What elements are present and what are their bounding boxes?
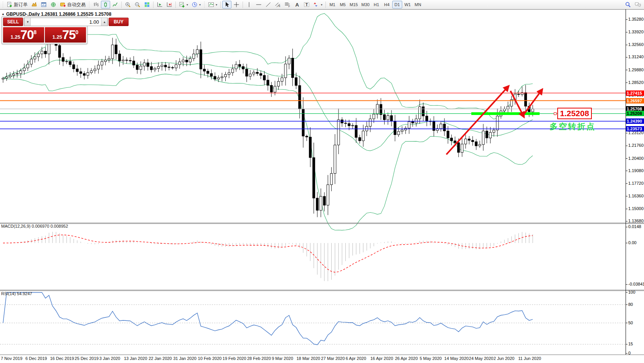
text-icon: A bbox=[294, 2, 300, 8]
rsi-line bbox=[3, 292, 533, 345]
indicators-button[interactable]: ▾ bbox=[206, 1, 219, 8]
dropdown-caret-icon: ▾ bbox=[187, 3, 188, 7]
toolbar: 新订单 自动交易 bbox=[0, 0, 644, 10]
rsi-tick-label: 80 bbox=[628, 302, 633, 307]
candle-body bbox=[344, 123, 347, 123]
chat-button[interactable] bbox=[633, 1, 643, 8]
timeframe-button-w1[interactable]: W1 bbox=[403, 1, 413, 8]
timeframe-button-d1[interactable]: D1 bbox=[392, 1, 402, 8]
navigator-button[interactable] bbox=[49, 1, 58, 8]
auto-trading-button[interactable]: 自动交易 bbox=[58, 1, 87, 8]
candle-body bbox=[302, 109, 304, 136]
candle-body bbox=[62, 57, 64, 61]
candlestick-chart-button[interactable] bbox=[101, 1, 110, 8]
sell-price-small: 1.25 bbox=[11, 34, 20, 40]
profiles-button[interactable]: ▾ bbox=[190, 1, 202, 8]
trendline-tool-button[interactable] bbox=[264, 1, 273, 8]
candle-body bbox=[168, 67, 170, 67]
timeframe-button-m5[interactable]: M5 bbox=[338, 1, 348, 8]
horizontal-line-tool-button[interactable] bbox=[254, 1, 263, 8]
candle-body bbox=[172, 67, 174, 68]
candle-body bbox=[221, 77, 223, 77]
toolbar-separator bbox=[175, 2, 176, 8]
chart-shift-button[interactable] bbox=[165, 1, 174, 8]
chat-bubbles-icon bbox=[634, 2, 641, 8]
market-watch-button[interactable] bbox=[30, 1, 39, 8]
timeframe-button-m15[interactable]: M15 bbox=[348, 1, 359, 8]
volume-increase-button[interactable]: ▴ bbox=[101, 18, 107, 26]
text-tool-button[interactable]: A bbox=[292, 1, 302, 8]
price-tick-label: 1.35280 bbox=[628, 17, 644, 21]
candle-body bbox=[79, 72, 82, 74]
sell-quote-box[interactable]: 1.25 70 8 bbox=[3, 27, 44, 43]
price-tag: 1.24390 bbox=[626, 118, 644, 124]
candle-body bbox=[281, 78, 283, 82]
candle-body bbox=[305, 136, 308, 137]
zoom-in-button[interactable] bbox=[123, 1, 132, 8]
timeframe-button-mn[interactable]: MN bbox=[413, 1, 423, 8]
timeframe-button-m1[interactable]: M1 bbox=[327, 1, 337, 8]
price-tick-label: 1.17720 bbox=[628, 181, 644, 186]
price-tick-label: 1.28520 bbox=[628, 80, 644, 85]
candle-body bbox=[87, 72, 89, 75]
candle-body bbox=[41, 51, 43, 54]
fibonacci-icon: F bbox=[284, 2, 291, 8]
timeframe-button-h1[interactable]: H1 bbox=[372, 1, 381, 8]
crosshair-icon bbox=[233, 2, 239, 8]
volume-input[interactable] bbox=[31, 18, 101, 26]
candle-body bbox=[140, 66, 142, 69]
bar-chart-button[interactable] bbox=[91, 1, 101, 8]
vertical-line-icon bbox=[246, 2, 252, 8]
rsi-tick-label: 0 bbox=[628, 351, 631, 355]
toolbar-grip bbox=[2, 2, 4, 8]
buy-quote-box[interactable]: 1.25 75 0 bbox=[45, 27, 86, 43]
line-chart-button[interactable] bbox=[111, 1, 120, 8]
price-tick-label: 1.15000 bbox=[628, 206, 644, 211]
tile-windows-button[interactable] bbox=[142, 1, 152, 8]
tile-windows-icon bbox=[144, 2, 150, 8]
macd-signal-line bbox=[3, 235, 533, 272]
candle-body bbox=[108, 59, 110, 60]
candle-body bbox=[493, 130, 495, 132]
new-order-button[interactable]: 新订单 bbox=[5, 1, 29, 8]
date-label: 6 Dec 2019 bbox=[25, 356, 47, 361]
candle-body bbox=[390, 115, 393, 121]
date-label: 7 Nov 2019 bbox=[1, 356, 22, 361]
candle-body bbox=[461, 144, 463, 153]
candle-body bbox=[143, 63, 145, 66]
candle-body bbox=[479, 145, 481, 146]
new-chart-button[interactable]: ▾ bbox=[177, 1, 190, 8]
candle-body bbox=[185, 60, 188, 62]
candle-body bbox=[299, 85, 301, 109]
buy-button[interactable]: BUY bbox=[109, 18, 129, 26]
candle-body bbox=[90, 71, 92, 73]
candle-body bbox=[373, 114, 375, 119]
chart-canvas[interactable] bbox=[0, 9, 644, 363]
equidistant-channel-button[interactable]: E bbox=[273, 1, 282, 8]
auto-scroll-button[interactable] bbox=[155, 1, 164, 8]
search-button[interactable] bbox=[623, 1, 632, 8]
vertical-line-tool-button[interactable] bbox=[244, 1, 254, 8]
volume-decrease-button[interactable]: ▾ bbox=[24, 18, 31, 26]
text-label-tool-button[interactable]: T bbox=[302, 1, 311, 8]
channel-icon: E bbox=[275, 2, 281, 8]
crosshair-button[interactable] bbox=[232, 1, 241, 8]
fibonacci-tool-button[interactable]: F bbox=[283, 1, 292, 8]
candle-body bbox=[66, 61, 68, 62]
shapes-tool-button[interactable]: ▾ bbox=[312, 1, 324, 8]
candle-body bbox=[503, 109, 505, 111]
date-label: 26 Apr 2020 bbox=[395, 356, 418, 361]
candle-body bbox=[76, 69, 78, 72]
timeframe-button-m30[interactable]: M30 bbox=[360, 1, 371, 8]
timeframe-button-h4[interactable]: H4 bbox=[382, 1, 392, 8]
candle-body bbox=[5, 77, 8, 78]
toolbar-grip bbox=[88, 2, 90, 8]
trendline-icon bbox=[265, 2, 271, 8]
zoom-out-button[interactable] bbox=[133, 1, 142, 8]
sell-button[interactable]: SELL bbox=[3, 18, 23, 26]
data-window-button[interactable] bbox=[39, 1, 48, 8]
chart-window: ▲ GBPUSD-,Daily 1.26381 1.26866 1.25525 … bbox=[0, 9, 644, 363]
date-label: 2 Jun 2020 bbox=[494, 356, 514, 361]
cursor-button[interactable] bbox=[222, 1, 231, 8]
date-label: 3 Jan 2020 bbox=[99, 356, 120, 361]
